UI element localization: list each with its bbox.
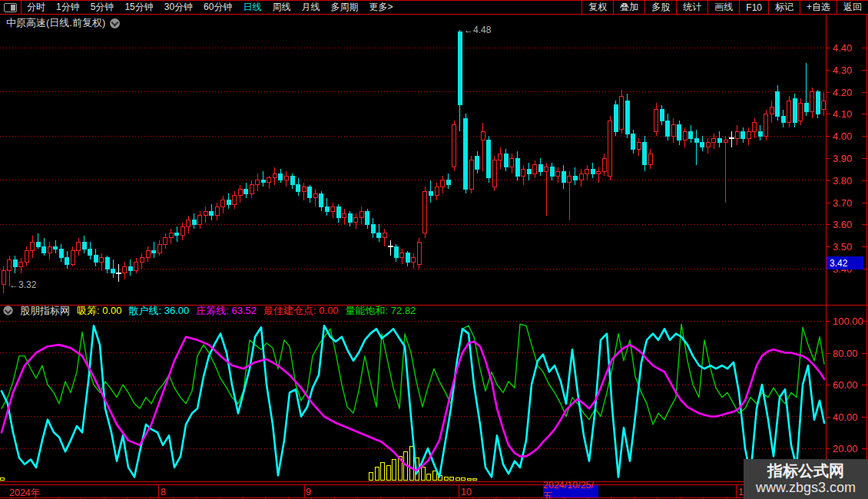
indicator-tick: [826, 385, 830, 385]
indicator-tick-label: 60.00: [833, 379, 858, 391]
indicator-bottom-line: [0, 481, 868, 482]
date-axis-label: 10: [461, 487, 472, 497]
watermark-url: www.zbgs3.com: [756, 480, 856, 496]
last-price-badge: 3.42: [827, 256, 863, 269]
price-tick: [826, 224, 830, 225]
price-tick-label: 4.00: [833, 131, 852, 142]
right-edge-line: [866, 15, 867, 499]
chevron-down-icon[interactable]: [110, 18, 120, 28]
date-axis-divider: [158, 485, 159, 497]
price-tick-label: 4.30: [833, 64, 852, 76]
date-axis-label: 8: [161, 487, 166, 497]
indicator-edge-tick: [862, 448, 866, 449]
watermark-title: 指标公式网: [767, 462, 844, 480]
indicator-readings: 吸筹: 0.00散户线: 36.00庄筹线: 63.52最佳建仓点: 0.00量…: [77, 304, 416, 318]
price-tick-label: 3.50: [833, 241, 852, 253]
price-edge-tick: [862, 114, 866, 114]
indicator-edge-tick: [862, 417, 866, 418]
date-axis-label: 2024年: [9, 487, 40, 499]
reading-庄筹线: 庄筹线: 63.52: [196, 304, 257, 318]
price-edge-tick: [862, 70, 866, 71]
price-tick: [826, 158, 830, 159]
indicator-tick-label: 100.00: [833, 316, 863, 327]
price-tick-label: 3.60: [833, 219, 852, 230]
chart-title: 中原高速(日线.前复权): [6, 16, 105, 30]
price-edge-tick: [862, 92, 866, 93]
reading-吸筹: 吸筹: 0.00: [77, 304, 122, 318]
date-axis-divider: [736, 485, 737, 497]
price-tick: [826, 246, 830, 247]
price-tick: [826, 114, 830, 114]
indicator-tick-label: 40.00: [833, 411, 858, 423]
price-tick: [826, 203, 830, 203]
watermark-badge: 指标公式网 www.zbgs3.com: [744, 459, 868, 499]
price-edge-tick: [862, 158, 866, 159]
indicator-chevron-down-icon[interactable]: [3, 306, 12, 315]
low-price-annotation: ←3.32: [9, 279, 36, 290]
date-cursor-label: 2024/10/25/五: [543, 485, 598, 497]
price-tick: [826, 180, 830, 181]
indicator-source-label: 股朋指标网: [20, 304, 70, 318]
date-axis-divider: [304, 485, 305, 497]
reading-散户线: 散户线: 36.00: [129, 304, 190, 318]
price-edge-tick: [862, 180, 866, 181]
price-edge-tick: [862, 203, 866, 203]
indicator-tick: [826, 448, 830, 449]
price-edge-tick: [862, 246, 866, 247]
indicator-edge-tick: [862, 385, 866, 385]
price-tick-label: 3.70: [833, 197, 852, 209]
high-price-annotation: ←4.48: [464, 25, 491, 35]
reading-最佳建仓点: 最佳建仓点: 0.00: [263, 304, 339, 318]
chart-canvas: [0, 0, 868, 499]
price-tick-label: 4.10: [833, 108, 852, 120]
date-axis-bottom-line: [0, 497, 868, 498]
price-tick-label: 3.80: [833, 175, 852, 187]
date-axis-top-line: [0, 484, 868, 485]
chart-title-row: 中原高速(日线.前复权): [6, 16, 120, 30]
indicator-tick: [826, 353, 830, 354]
date-axis-label: 9: [306, 487, 311, 497]
reading-量能饱和: 量能饱和: 72.82: [346, 304, 416, 318]
price-edge-tick: [862, 136, 866, 137]
price-tick: [826, 136, 830, 137]
stock-app-window: 分时1分钟5分钟15分钟30分钟60分钟日线周线月线多周期更多> 复权叠加多股统…: [0, 0, 868, 499]
indicator-header: 股朋指标网 吸筹: 0.00散户线: 36.00庄筹线: 63.52最佳建仓点:…: [3, 305, 416, 316]
price-tick-label: 4.40: [833, 42, 852, 54]
indicator-tick: [826, 321, 830, 322]
price-tick: [826, 48, 830, 48]
indicator-tick-label: 20.00: [833, 443, 858, 454]
price-edge-tick: [862, 224, 866, 225]
price-edge-tick: [862, 48, 866, 48]
price-tick-label: 3.90: [833, 153, 852, 164]
indicator-tick: [826, 417, 830, 418]
price-tick-label: 4.20: [833, 87, 852, 98]
indicator-edge-tick: [862, 353, 866, 354]
price-tick: [826, 92, 830, 93]
indicator-edge-tick: [862, 321, 866, 322]
date-axis-divider: [459, 485, 459, 497]
indicator-tick-label: 80.00: [833, 348, 858, 359]
price-tick: [826, 70, 830, 71]
